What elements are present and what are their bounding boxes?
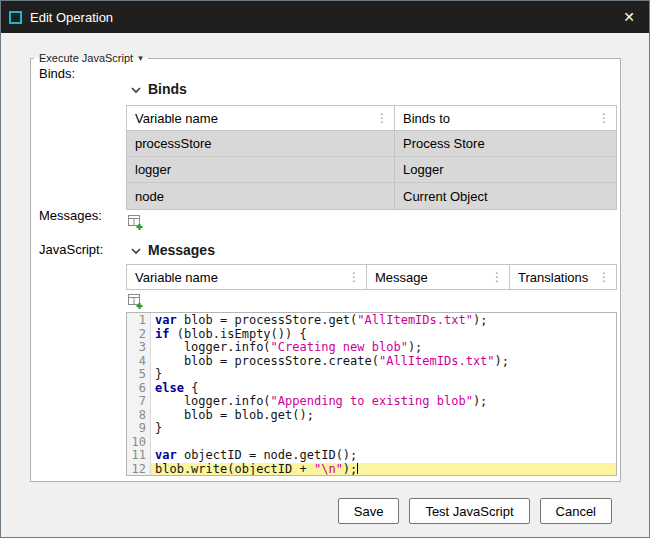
messages-table-header: Variable name ⋮ Message ⋮ Translations ⋮ [126,264,617,290]
cell-variable-name[interactable]: node [127,183,395,209]
binds-table-body: processStoreProcess StoreloggerLoggernod… [126,131,617,210]
code-area[interactable]: var blob = processStore.get("AllItemIDs.… [151,313,616,475]
messages-table: Variable name ⋮ Message ⋮ Translations ⋮ [126,264,617,290]
line-number: 2 [127,328,146,342]
editor-gutter: 123456789101112 [127,313,151,475]
column-menu-icon[interactable]: ⋮ [373,111,391,125]
column-menu-icon[interactable]: ⋮ [345,270,363,284]
line-number: 8 [127,409,146,423]
code-line: } [151,422,616,436]
code-line [151,436,616,450]
binds-table-header: Variable name ⋮ Binds to ⋮ [126,105,617,131]
column-header-message[interactable]: Message ⋮ [367,265,510,289]
add-bind-row-button[interactable] [126,213,144,231]
edit-operation-dialog: Edit Operation ✕ Binds: Messages: JavaSc… [0,0,650,538]
line-number: 1 [127,314,146,328]
dropdown-arrow-icon: ▾ [138,51,143,65]
line-number: 3 [127,341,146,355]
chevron-down-icon[interactable] [131,81,141,97]
operation-type-dropdown[interactable]: Execute JavaScript ▾ [34,51,148,65]
code-line: else { [151,382,616,396]
title-bar: Edit Operation ✕ [1,1,649,33]
code-line: blob = processStore.create("AllItemIDs.t… [151,355,616,369]
column-header-variable-name[interactable]: Variable name ⋮ [127,106,395,130]
column-header-translations[interactable]: Translations ⋮ [510,265,616,289]
binds-section-title: Binds [148,81,187,97]
line-number: 4 [127,355,146,369]
column-header-label: Variable name [135,270,218,285]
text-caret [357,463,358,474]
messages-section-title: Messages [148,242,215,258]
line-number: 12 [127,463,146,477]
code-line: logger.info("Creating new blob"); [151,341,616,355]
table-row[interactable]: processStoreProcess Store [127,131,616,157]
code-line: blob = blob.get(); [151,409,616,423]
form-label-binds: Binds: [39,66,75,81]
line-number: 6 [127,382,146,396]
operation-panel: Binds: Messages: JavaScript: Binds Varia… [30,58,621,482]
line-number: 5 [127,368,146,382]
code-line: } [151,368,616,382]
form-label-javascript: JavaScript: [39,242,103,257]
code-line: var blob = processStore.get("AllItemIDs.… [151,314,616,328]
window-title: Edit Operation [30,10,113,25]
table-row[interactable]: nodeCurrent Object [127,183,616,209]
cell-binds-to[interactable]: Logger [395,157,616,182]
column-header-label: Message [375,270,428,285]
chevron-down-icon[interactable] [131,242,141,258]
line-number: 9 [127,422,146,436]
javascript-code-editor[interactable]: 123456789101112 var blob = processStore.… [126,312,617,476]
dialog-content: Binds: Messages: JavaScript: Binds Varia… [1,33,649,537]
code-line: logger.info("Appending to existing blob"… [151,395,616,409]
column-header-binds-to[interactable]: Binds to ⋮ [395,106,616,130]
column-header-label: Variable name [135,111,218,126]
add-message-row-button[interactable] [126,292,144,310]
binds-table: Variable name ⋮ Binds to ⋮ processStoreP… [126,105,617,210]
cancel-button[interactable]: Cancel [540,498,612,524]
code-line: if (blob.isEmpty()) { [151,328,616,342]
test-javascript-button[interactable]: Test JavaScript [409,498,529,524]
cell-variable-name[interactable]: logger [127,157,395,182]
column-menu-icon[interactable]: ⋮ [595,270,613,284]
line-number: 11 [127,449,146,463]
column-header-label: Translations [518,270,588,285]
column-header-variable-name[interactable]: Variable name ⋮ [127,265,367,289]
operation-type-label: Execute JavaScript [39,51,133,65]
column-menu-icon[interactable]: ⋮ [488,270,506,284]
add-row-icon [127,293,143,309]
save-button[interactable]: Save [338,498,400,524]
line-number: 10 [127,436,146,450]
add-row-icon [127,214,143,230]
binds-section-header[interactable]: Binds [131,81,187,97]
line-number: 7 [127,395,146,409]
column-menu-icon[interactable]: ⋮ [595,111,613,125]
cell-binds-to[interactable]: Process Store [395,131,616,156]
dialog-actions: Save Test JavaScript Cancel [338,498,612,524]
cell-variable-name[interactable]: processStore [127,131,395,156]
table-row[interactable]: loggerLogger [127,157,616,183]
code-line: blob.write(objectID + "\n"); [151,463,616,477]
app-icon [9,11,22,24]
messages-section-header[interactable]: Messages [131,242,215,258]
form-label-messages: Messages: [39,208,102,223]
close-button[interactable]: ✕ [609,1,649,33]
cell-binds-to[interactable]: Current Object [395,183,616,209]
column-header-label: Binds to [403,111,450,126]
code-line: var objectID = node.getID(); [151,449,616,463]
